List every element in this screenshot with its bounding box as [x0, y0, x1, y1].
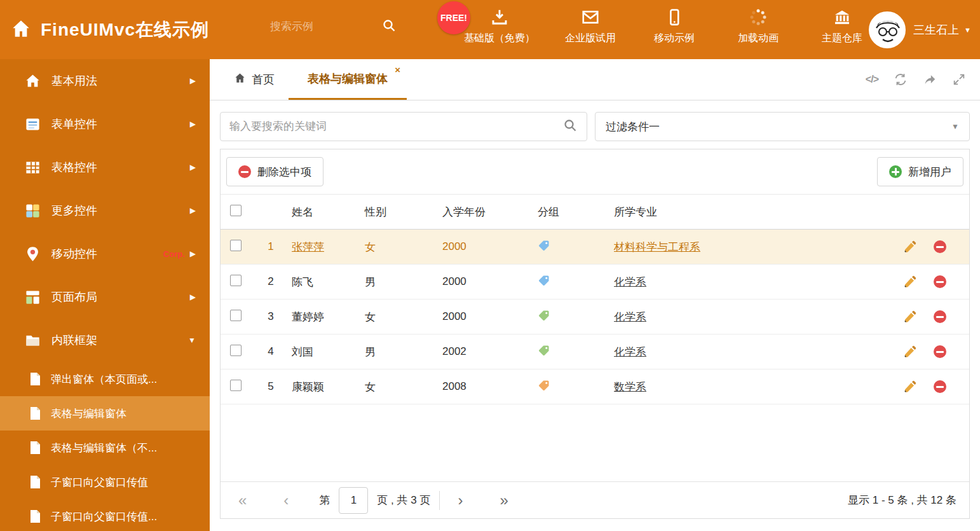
edit-icon[interactable]: [903, 345, 916, 359]
table-row[interactable]: 3 董婷婷 女 2000 化学系: [221, 300, 969, 334]
user-name-label: 三生石上: [913, 22, 959, 38]
edit-icon[interactable]: [903, 310, 916, 324]
tab-home[interactable]: 首页: [220, 59, 289, 100]
student-name-link[interactable]: 康颖颖: [292, 381, 324, 393]
row-checkbox[interactable]: [230, 240, 242, 251]
prev-page-icon[interactable]: ‹: [283, 493, 289, 508]
sidebar-item-inline-frame[interactable]: 内联框架 ▼: [0, 319, 210, 362]
sidebar-subitem-popup-window[interactable]: 弹出窗体（本页面或...: [0, 362, 210, 396]
close-icon[interactable]: ×: [395, 64, 400, 75]
edit-icon[interactable]: [903, 380, 916, 394]
sidebar-item-label: 表单控件: [51, 116, 185, 132]
header-search-input[interactable]: [270, 20, 381, 33]
delete-row-icon[interactable]: [934, 310, 946, 323]
first-page-icon[interactable]: «: [238, 493, 247, 508]
top-header: FineUIMvc在线示例 FREE! 基础版（免费） 企业版试用: [0, 0, 980, 59]
content-area: 过滤条件一 ▼ 删除选中项 新增用户: [210, 100, 980, 519]
corp-badge: Corp.: [163, 249, 185, 259]
user-name[interactable]: 三生石上 ▼: [913, 22, 971, 38]
major-link[interactable]: 数学系: [614, 381, 646, 393]
tag-icon: [538, 274, 550, 287]
enroll-year: 2000: [441, 230, 536, 265]
main-area: 首页 表格与编辑窗体 × </> 过滤条件一 ▼: [210, 59, 980, 531]
major-link[interactable]: 化学系: [614, 311, 646, 323]
sidebar-item-grid-controls[interactable]: 表格控件 ▶: [0, 146, 210, 189]
divider: [439, 491, 440, 510]
delete-row-icon[interactable]: [934, 275, 946, 288]
delete-row-icon[interactable]: [934, 345, 946, 358]
student-name-link[interactable]: 陈飞: [292, 276, 313, 288]
file-icon: [29, 441, 42, 455]
user-area[interactable]: 三生石上 ▼: [869, 0, 971, 59]
row-checkbox[interactable]: [230, 345, 242, 356]
avatar[interactable]: [869, 11, 906, 48]
logo[interactable]: FineUIMvc在线示例: [10, 0, 209, 59]
sidebar-subitem-child-to-parent-2[interactable]: 子窗口向父窗口传值...: [0, 499, 210, 531]
sidebar-subitem-grid-edit-window-2[interactable]: 表格与编辑窗体（不...: [0, 431, 210, 465]
nav-item-theme-store[interactable]: 主题仓库: [813, 6, 871, 45]
delete-row-icon[interactable]: [934, 380, 946, 393]
student-name-link[interactable]: 董婷婷: [292, 311, 324, 323]
nav-item-loading-animation[interactable]: 加载动画: [730, 6, 787, 45]
table-row[interactable]: 2 陈飞 男 2000 化学系: [221, 265, 969, 300]
sidebar-item-form-controls[interactable]: 表单控件 ▶: [0, 102, 210, 146]
chevron-down-icon: ▼: [188, 336, 196, 345]
mobile-pin-icon: [24, 245, 41, 263]
tab-home-label: 首页: [252, 72, 275, 87]
major-link[interactable]: 化学系: [614, 346, 646, 358]
refresh-icon[interactable]: [894, 72, 908, 86]
home-icon: [10, 18, 32, 42]
filter-dropdown[interactable]: 过滤条件一 ▼: [595, 112, 970, 141]
nav-item-basic-free[interactable]: 基础版（免费）: [464, 6, 535, 45]
sidebar-item-more-controls[interactable]: 更多控件 ▶: [0, 189, 210, 232]
search-icon[interactable]: [562, 118, 578, 135]
sidebar-item-label: 表格控件: [51, 160, 185, 175]
row-checkbox[interactable]: [230, 275, 242, 286]
spinner-icon: [749, 6, 768, 27]
table-row[interactable]: 5 康颖颖 女 2008 数学系: [221, 369, 969, 404]
sidebar-item-page-layout[interactable]: 页面布局 ▶: [0, 275, 210, 319]
column-header: [250, 195, 290, 230]
tab-grid-edit-window[interactable]: 表格与编辑窗体 ×: [289, 59, 407, 100]
share-icon[interactable]: [923, 72, 937, 86]
next-page-icon[interactable]: ›: [458, 493, 463, 508]
sidebar-subitem-grid-edit-window[interactable]: 表格与编辑窗体: [0, 396, 210, 431]
nav-item-label: 主题仓库: [822, 32, 862, 45]
student-name-link[interactable]: 张萍萍: [292, 241, 324, 253]
delete-row-icon[interactable]: [934, 240, 946, 253]
edit-icon[interactable]: [903, 275, 916, 289]
search-icon[interactable]: [381, 18, 397, 36]
delete-selected-button[interactable]: 删除选中项: [226, 157, 323, 186]
file-icon: [29, 509, 42, 523]
column-header-actions: [854, 195, 969, 230]
source-code-icon[interactable]: </>: [866, 74, 878, 85]
tag-icon: [538, 379, 550, 392]
student-gender: 女: [364, 300, 441, 334]
layout-icon: [24, 289, 41, 306]
add-user-button[interactable]: 新增用户: [877, 157, 963, 186]
edit-icon[interactable]: [903, 240, 916, 254]
row-checkbox[interactable]: [230, 380, 242, 391]
row-checkbox[interactable]: [230, 310, 242, 321]
page-number-input[interactable]: [339, 487, 368, 514]
student-name-link[interactable]: 刘国: [292, 346, 313, 358]
fullscreen-icon[interactable]: [952, 72, 966, 86]
last-page-icon[interactable]: »: [500, 493, 508, 508]
table-row[interactable]: 1 张萍萍 女 2000 材料科学与工程系: [221, 230, 969, 265]
sidebar-subitem-child-to-parent[interactable]: 子窗口向父窗口传值: [0, 465, 210, 499]
sidebar: 基本用法 ▶ 表单控件 ▶ 表格控件 ▶ 更多控件 ▶ 移动控件 Corp. ▶…: [0, 59, 210, 531]
sidebar-subitem-label: 子窗口向父窗口传值...: [51, 509, 157, 524]
chevron-down-icon: ▼: [951, 122, 959, 131]
nav-item-mobile-demo[interactable]: 移动示例: [646, 6, 703, 45]
table-row[interactable]: 4 刘国 男 2002 化学系: [221, 334, 969, 369]
select-all-checkbox[interactable]: [230, 205, 242, 216]
form-icon: [24, 116, 41, 133]
nav-item-enterprise-trial[interactable]: 企业版试用: [562, 6, 619, 45]
keyword-search-input[interactable]: [229, 120, 562, 133]
sidebar-item-basic-usage[interactable]: 基本用法 ▶: [0, 59, 210, 102]
page-prefix-label: 第: [319, 493, 330, 507]
sidebar-item-mobile-controls[interactable]: 移动控件 Corp. ▶: [0, 232, 210, 275]
major-link[interactable]: 材料科学与工程系: [614, 241, 700, 253]
major-link[interactable]: 化学系: [614, 276, 646, 288]
column-header-major: 所学专业: [613, 195, 854, 230]
